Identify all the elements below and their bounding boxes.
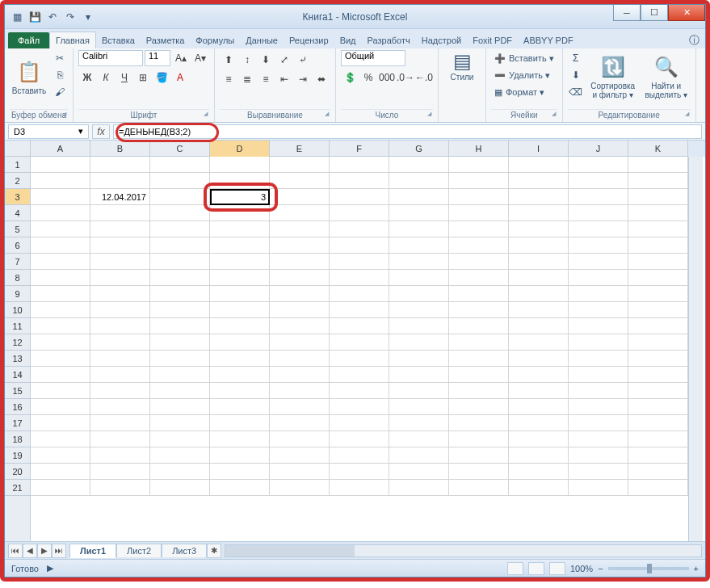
cell-I10[interactable]	[509, 302, 569, 318]
increase-indent-button[interactable]: ⇥	[294, 71, 312, 87]
sheet-tab-2[interactable]: Лист2	[116, 544, 162, 557]
new-sheet-button[interactable]: ✱	[207, 544, 221, 558]
sheet-nav-prev[interactable]: ◀	[23, 544, 37, 558]
cell-A14[interactable]	[31, 367, 90, 383]
cell-E20[interactable]	[270, 464, 330, 480]
cell-H2[interactable]	[449, 173, 509, 189]
tab-abbyy[interactable]: ABBYY PDF	[518, 32, 579, 48]
view-layout-button[interactable]	[528, 562, 544, 575]
font-size-select[interactable]: 11	[145, 50, 170, 66]
cell-D12[interactable]	[210, 334, 270, 351]
cell-A7[interactable]	[31, 254, 90, 270]
cell-F4[interactable]	[330, 205, 389, 221]
cell-D7[interactable]	[210, 254, 270, 270]
row-header-16[interactable]: 16	[5, 399, 30, 415]
cell-J12[interactable]	[569, 334, 628, 351]
select-all-corner[interactable]	[5, 141, 31, 157]
orientation-button[interactable]: ⤢	[275, 52, 293, 68]
insert-cells-button[interactable]: ➕Вставить ▾	[491, 50, 557, 66]
cell-A8[interactable]	[31, 270, 90, 286]
cell-K20[interactable]	[628, 464, 688, 480]
cell-H18[interactable]	[449, 431, 509, 447]
cell-B11[interactable]	[90, 318, 150, 334]
cell-I17[interactable]	[509, 415, 569, 431]
delete-cells-button[interactable]: ➖Удалить ▾	[491, 67, 557, 83]
cell-B19[interactable]	[90, 447, 150, 464]
merge-button[interactable]: ⬌	[313, 71, 330, 87]
cell-H14[interactable]	[449, 367, 509, 383]
cell-A4[interactable]	[31, 205, 90, 221]
cell-J20[interactable]	[569, 464, 628, 480]
cell-F9[interactable]	[330, 286, 389, 302]
view-normal-button[interactable]	[507, 562, 523, 575]
cell-C8[interactable]	[150, 270, 210, 286]
row-header-12[interactable]: 12	[5, 334, 30, 351]
cell-A12[interactable]	[31, 334, 90, 351]
cell-D17[interactable]	[210, 415, 270, 431]
cell-B21[interactable]	[90, 480, 150, 496]
cell-K17[interactable]	[628, 415, 688, 431]
cell-I8[interactable]	[509, 270, 569, 286]
cell-B16[interactable]	[90, 399, 150, 415]
cell-F16[interactable]	[330, 399, 389, 415]
view-break-button[interactable]	[549, 562, 565, 575]
save-icon[interactable]: 💾	[27, 10, 42, 24]
cell-D13[interactable]	[210, 351, 270, 367]
cell-J10[interactable]	[569, 302, 628, 318]
cell-H7[interactable]	[449, 254, 509, 270]
cell-D16[interactable]	[210, 399, 270, 415]
cell-J21[interactable]	[569, 480, 628, 496]
cell-C14[interactable]	[150, 367, 210, 383]
cell-D1[interactable]	[210, 157, 270, 173]
cell-D20[interactable]	[210, 464, 270, 480]
cell-D21[interactable]	[210, 480, 270, 496]
cell-H21[interactable]	[449, 480, 509, 496]
cell-A2[interactable]	[31, 173, 90, 189]
row-header-4[interactable]: 4	[5, 205, 30, 221]
cell-G4[interactable]	[389, 205, 449, 221]
cell-H3[interactable]	[449, 189, 509, 205]
cell-H1[interactable]	[449, 157, 509, 173]
horizontal-scrollbar[interactable]	[225, 544, 702, 557]
cell-F8[interactable]	[330, 270, 389, 286]
macro-record-icon[interactable]: ▶	[47, 563, 53, 573]
cell-A3[interactable]	[31, 189, 90, 205]
tab-data[interactable]: Данные	[240, 32, 284, 48]
cell-G14[interactable]	[389, 367, 449, 383]
cell-K4[interactable]	[628, 205, 688, 221]
fill-button[interactable]: ⬇	[568, 67, 584, 83]
cell-B8[interactable]	[90, 270, 150, 286]
col-header-H[interactable]: H	[449, 141, 509, 157]
col-header-J[interactable]: J	[569, 141, 628, 157]
cell-C15[interactable]	[150, 383, 210, 399]
cell-B9[interactable]	[90, 286, 150, 302]
cell-J16[interactable]	[569, 399, 628, 415]
cell-C21[interactable]	[150, 480, 210, 496]
file-tab[interactable]: Файл	[8, 32, 49, 48]
increase-font-button[interactable]: A▴	[172, 50, 190, 66]
cell-K8[interactable]	[628, 270, 688, 286]
cell-C20[interactable]	[150, 464, 210, 480]
cell-G18[interactable]	[389, 431, 449, 447]
cell-C3[interactable]	[150, 189, 210, 205]
col-header-A[interactable]: A	[31, 141, 90, 157]
cell-J5[interactable]	[569, 221, 628, 237]
cell-G19[interactable]	[389, 447, 449, 464]
cell-A9[interactable]	[31, 286, 90, 302]
cell-I20[interactable]	[509, 464, 569, 480]
cell-J14[interactable]	[569, 367, 628, 383]
cell-J4[interactable]	[569, 205, 628, 221]
cell-D6[interactable]	[210, 237, 270, 254]
wrap-text-button[interactable]: ⤶	[294, 52, 312, 68]
align-right-button[interactable]: ≡	[257, 71, 275, 87]
cell-H13[interactable]	[449, 351, 509, 367]
increase-decimal-button[interactable]: .0→	[397, 69, 414, 86]
col-header-B[interactable]: B	[90, 141, 150, 157]
cell-I18[interactable]	[509, 431, 569, 447]
cell-F6[interactable]	[330, 237, 389, 254]
cell-B20[interactable]	[90, 464, 150, 480]
row-header-10[interactable]: 10	[5, 302, 30, 318]
cell-F20[interactable]	[330, 464, 389, 480]
cell-G20[interactable]	[389, 464, 449, 480]
cell-I5[interactable]	[509, 221, 569, 237]
